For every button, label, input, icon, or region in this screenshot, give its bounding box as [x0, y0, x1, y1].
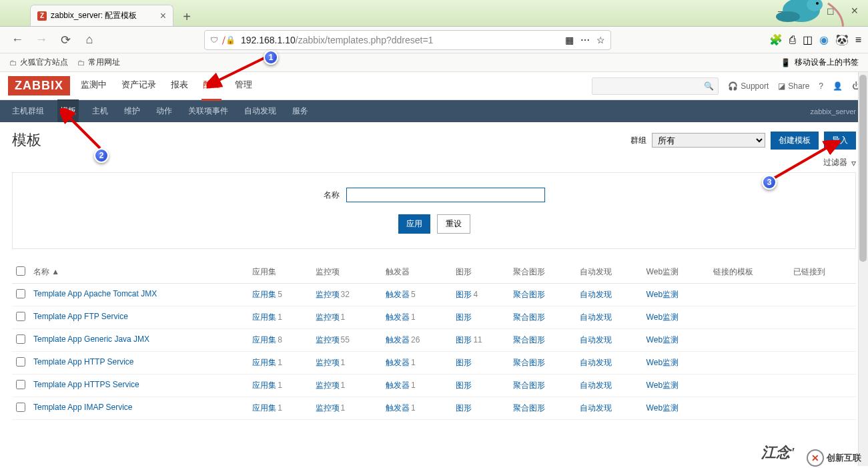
window-minimize-icon[interactable]: — [775, 4, 791, 17]
help-icon[interactable]: ? [819, 81, 823, 91]
template-name-link[interactable]: Template App IMAP Service [33, 403, 133, 412]
graphs-link[interactable]: 图形 [456, 290, 472, 299]
screens-link[interactable]: 聚合图形 [513, 381, 545, 390]
nav-administration[interactable]: 管理 [234, 71, 254, 101]
reset-button[interactable]: 重设 [437, 214, 470, 234]
subnav-hostgroups[interactable]: 主机群组 [9, 99, 47, 123]
nav-reports[interactable]: 报表 [169, 71, 189, 101]
group-select[interactable]: 所有 [652, 133, 765, 148]
triggers-link[interactable]: 触发器 [386, 403, 410, 413]
browser-menu-icon[interactable]: ≡ [855, 34, 861, 46]
template-name-link[interactable]: Template App Apache Tomcat JMX [33, 289, 157, 298]
select-all-checkbox[interactable] [16, 266, 25, 276]
forward-button[interactable]: → [32, 31, 51, 49]
screens-link[interactable]: 聚合图形 [513, 358, 545, 367]
zabbix-logo[interactable]: ZABBIX [8, 76, 70, 95]
screens-link[interactable]: 聚合图形 [513, 312, 545, 322]
reload-button[interactable]: ⟳ [56, 31, 75, 49]
template-name-link[interactable]: Template App FTP Service [33, 312, 128, 321]
subnav-correlation[interactable]: 关联项事件 [185, 99, 231, 123]
bookmark-firefox[interactable]: 🗀火狐官方站点 [9, 57, 68, 68]
ext2-icon[interactable]: 🐼 [835, 33, 849, 46]
back-button[interactable]: ← [8, 31, 27, 49]
web-link[interactable]: Web监测 [646, 403, 679, 413]
col-name[interactable]: 名称 ▲ [29, 261, 248, 284]
discovery-link[interactable]: 自动发现 [580, 403, 612, 413]
discovery-link[interactable]: 自动发现 [580, 358, 612, 367]
zabbix-search[interactable]: 🔍 [592, 77, 719, 95]
discovery-link[interactable]: 自动发现 [580, 335, 612, 344]
items-link[interactable]: 监控项 [316, 358, 340, 367]
items-link[interactable]: 监控项 [316, 403, 340, 413]
triggers-link[interactable]: 触发器 [386, 335, 410, 344]
template-name-link[interactable]: Template App HTTPS Service [33, 380, 139, 389]
applications-link[interactable]: 应用集 [252, 403, 276, 413]
bookmark-star-icon[interactable]: ☆ [596, 35, 605, 45]
graphs-link[interactable]: 图形 [456, 358, 472, 367]
meatball-icon[interactable]: ⋯ [580, 35, 590, 45]
graphs-link[interactable]: 图形 [456, 312, 472, 322]
row-checkbox[interactable] [16, 334, 25, 344]
triggers-link[interactable]: 触发器 [386, 312, 410, 322]
user-icon[interactable]: 👤 [833, 81, 843, 91]
applications-link[interactable]: 应用集 [252, 335, 276, 344]
extension-puzzle-icon[interactable]: 🧩 [769, 33, 783, 46]
subnav-discovery[interactable]: 自动发现 [242, 99, 279, 123]
applications-link[interactable]: 应用集 [252, 312, 276, 322]
home-button[interactable]: ⌂ [80, 31, 99, 49]
scrollbar-thumb[interactable] [859, 75, 867, 262]
tab-close-icon[interactable]: × [160, 10, 166, 22]
items-link[interactable]: 监控项 [316, 290, 340, 299]
row-checkbox[interactable] [16, 380, 25, 389]
import-button[interactable]: 导入 [824, 132, 856, 150]
web-link[interactable]: Web监测 [646, 335, 679, 344]
items-link[interactable]: 监控项 [316, 312, 340, 322]
url-bar[interactable]: 🛡 ⧸🔒 192.168.1.10/zabbix/templates.php?d… [204, 30, 611, 50]
filter-name-input[interactable] [346, 188, 545, 202]
applications-link[interactable]: 应用集 [252, 381, 276, 390]
applications-link[interactable]: 应用集 [252, 290, 276, 299]
library-icon[interactable]: ⎙ [789, 34, 796, 46]
ext1-icon[interactable]: ◉ [819, 33, 829, 46]
triggers-link[interactable]: 触发器 [386, 381, 410, 390]
qr-icon[interactable]: ▦ [565, 35, 574, 45]
web-link[interactable]: Web监测 [646, 312, 679, 322]
share-link[interactable]: ◪Share [778, 81, 809, 91]
applications-link[interactable]: 应用集 [252, 358, 276, 367]
subnav-actions[interactable]: 动作 [153, 99, 175, 123]
nav-monitoring[interactable]: 监测中 [79, 71, 108, 101]
discovery-link[interactable]: 自动发现 [580, 312, 612, 322]
screens-link[interactable]: 聚合图形 [513, 403, 545, 413]
row-checkbox[interactable] [16, 403, 25, 412]
create-template-button[interactable]: 创建模板 [771, 132, 819, 150]
filter-toggle[interactable]: 过滤器 ▿ [12, 157, 856, 168]
nav-configuration[interactable]: 配置 [201, 71, 222, 101]
row-checkbox[interactable] [16, 289, 25, 298]
graphs-link[interactable]: 图形 [456, 335, 472, 344]
items-link[interactable]: 监控项 [316, 381, 340, 390]
row-checkbox[interactable] [16, 357, 25, 367]
screens-link[interactable]: 聚合图形 [513, 335, 545, 344]
items-link[interactable]: 监控项 [316, 335, 340, 344]
subnav-hosts[interactable]: 主机 [89, 99, 111, 123]
triggers-link[interactable]: 触发器 [386, 290, 410, 299]
graphs-link[interactable]: 图形 [456, 403, 472, 413]
bookmark-mobile[interactable]: 📱移动设备上的书签 [781, 57, 859, 68]
graphs-link[interactable]: 图形 [456, 381, 472, 390]
web-link[interactable]: Web监测 [646, 358, 679, 367]
apply-button[interactable]: 应用 [398, 214, 430, 234]
window-maximize-icon[interactable]: ◻ [823, 4, 839, 17]
discovery-link[interactable]: 自动发现 [580, 381, 612, 390]
new-tab-button[interactable]: + [177, 7, 196, 26]
browser-tab[interactable]: Z zabbix_server: 配置模板 × [30, 5, 173, 26]
bookmark-common[interactable]: 🗀常用网址 [77, 57, 120, 68]
subnav-maintenance[interactable]: 维护 [121, 99, 143, 123]
subnav-templates[interactable]: 模板 [57, 99, 79, 123]
support-link[interactable]: 🎧Support [728, 81, 769, 91]
nav-inventory[interactable]: 资产记录 [120, 71, 157, 101]
sidebar-icon[interactable]: ◫ [803, 33, 813, 46]
screens-link[interactable]: 聚合图形 [513, 290, 545, 299]
window-close-icon[interactable]: ✕ [847, 4, 863, 17]
window-restore-icon[interactable]: ▢ [799, 4, 815, 17]
web-link[interactable]: Web监测 [646, 381, 679, 390]
